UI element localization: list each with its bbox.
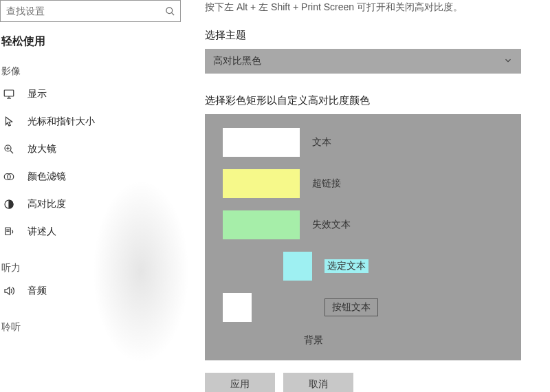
nav-label: 高对比度 (28, 198, 66, 210)
nav-narrator[interactable]: 讲述人 (0, 218, 191, 246)
nav-label: 讲述人 (28, 226, 56, 238)
nav-label: 音频 (28, 285, 47, 297)
svg-point-0 (166, 7, 172, 13)
shortcut-hint: 按下左 Alt + 左 Shift + Print Screen 可打开和关闭高… (205, 1, 538, 14)
search-input[interactable] (1, 6, 160, 17)
label-disabled: 失效文本 (312, 219, 351, 231)
swatch-selected[interactable] (283, 252, 312, 281)
display-icon (1, 87, 16, 102)
color-panel: 文本 超链接 失效文本 选定文本 按钮文本 背景 (205, 114, 521, 360)
label-selected: 选定文本 (324, 259, 368, 273)
search-box[interactable] (0, 0, 181, 22)
select-theme-heading: 选择主题 (205, 29, 538, 42)
search-icon[interactable] (160, 1, 180, 21)
sidebar-section-title: 轻松使用 (1, 34, 191, 49)
category-vision: 影像 (1, 65, 191, 78)
nav-color-filters[interactable]: 颜色滤镜 (0, 163, 191, 190)
swatch-disabled[interactable] (223, 210, 300, 239)
audio-icon (1, 283, 16, 298)
nav-audio[interactable]: 音频 (0, 277, 191, 305)
nav-display[interactable]: 显示 (0, 80, 191, 108)
svg-line-1 (171, 12, 174, 15)
nav-label: 放大镜 (28, 143, 56, 155)
swatch-text[interactable] (223, 128, 300, 157)
apply-button[interactable]: 应用 (205, 373, 275, 392)
nav-label: 颜色滤镜 (28, 171, 66, 183)
label-background: 背景 (304, 334, 323, 347)
swatch-button[interactable] (223, 293, 252, 322)
label-hyperlink: 超链接 (312, 177, 341, 190)
label-text: 文本 (312, 136, 331, 149)
theme-dropdown[interactable]: 高对比黑色 (205, 49, 521, 74)
label-button: 按钮文本 (324, 298, 378, 316)
narrator-icon (1, 224, 16, 239)
swatch-hyperlink[interactable] (223, 169, 300, 198)
category-hearing: 听力 (1, 262, 191, 274)
dropdown-value: 高对比黑色 (213, 55, 261, 67)
nav-magnifier[interactable]: 放大镜 (0, 135, 191, 163)
svg-line-8 (10, 151, 13, 153)
nav-cursor[interactable]: 光标和指针大小 (0, 108, 191, 135)
cancel-button[interactable]: 取消 (283, 373, 353, 392)
category-other: 聆听 (1, 321, 191, 334)
chevron-down-icon (503, 56, 513, 67)
select-rect-heading: 选择彩色矩形以自定义高对比度颜色 (205, 94, 538, 107)
high-contrast-icon (1, 197, 16, 212)
nav-label: 光标和指针大小 (28, 116, 95, 128)
magnifier-icon (1, 142, 16, 157)
cursor-icon (1, 114, 16, 129)
nav-high-contrast[interactable]: 高对比度 (0, 190, 191, 218)
svg-rect-2 (4, 90, 14, 96)
nav-label: 显示 (28, 88, 47, 100)
color-filters-icon (1, 169, 16, 184)
